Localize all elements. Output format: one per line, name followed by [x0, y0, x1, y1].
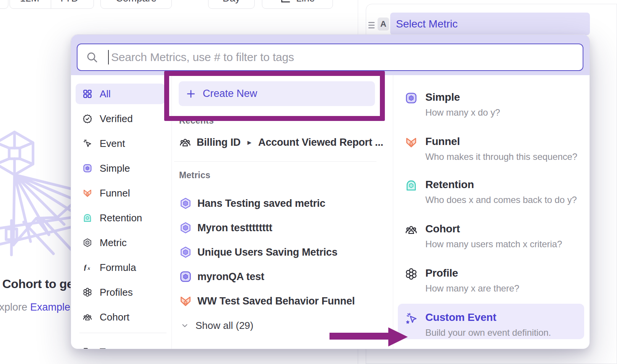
range-12m-button[interactable]: 12M: [10, 0, 50, 8]
custom-event-icon: [405, 312, 418, 325]
sidebar-item-funnel[interactable]: Funnel: [71, 182, 171, 204]
select-metric-label: Select Metric: [396, 18, 458, 30]
metric-type-title: Simple: [425, 91, 460, 103]
tag-icon: [82, 347, 92, 349]
cohort-icon: [405, 223, 418, 236]
metric-type-custom-event[interactable]: Custom Event Build your own event defini…: [393, 299, 590, 339]
metric-hexagon-icon: [82, 238, 92, 248]
sidebar-item-event[interactable]: Event: [71, 133, 171, 154]
sidebar-item-label: Formula: [100, 262, 136, 274]
funnel-icon: [82, 188, 92, 198]
metric-type-title: Cohort: [425, 223, 460, 235]
svg-text:x: x: [87, 265, 90, 271]
metric-type-description: Who makes it through this sequence?: [425, 151, 577, 162]
cohort-icon: [179, 136, 191, 148]
chevron-down-icon: [81, 0, 89, 2]
date-range-segmented[interactable]: 12M YTD: [10, 0, 94, 9]
metric-type-retention[interactable]: Retention Who does x and comes back to d…: [393, 166, 590, 206]
retention-icon: [405, 179, 418, 192]
background-heading-fragment: Cohort to ge: [2, 277, 74, 291]
metric-name: myronQA test: [197, 271, 264, 283]
recent-item[interactable]: Billing ID ▸ Account Viewed Report ...: [174, 131, 388, 154]
metric-type-title: Retention: [425, 179, 474, 191]
recent-item-primary: Billing ID: [197, 137, 241, 148]
range-ytd-button[interactable]: YTD: [54, 0, 94, 8]
drag-handle-icon[interactable]: [368, 19, 375, 32]
sidebar-item-label: All: [100, 88, 111, 100]
sidebar-item-label: Cohort: [100, 311, 129, 323]
day-label: Day: [223, 0, 240, 4]
recent-item-secondary: Account Viewed Report ...: [258, 137, 383, 148]
metric-type-cohort[interactable]: Cohort How many users match x criteria?: [393, 211, 590, 250]
toolbar-button-partial[interactable]: [0, 0, 8, 9]
sidebar-item-label: Verified: [100, 113, 133, 125]
simple-icon: [82, 163, 92, 173]
grid-icon: [82, 89, 92, 99]
metric-type-description: Who does x and comes back to do y?: [425, 195, 577, 205]
show-all-label: Show all (29): [195, 320, 254, 332]
search-placeholder: Search Metrics, use # to filter to tags: [111, 51, 294, 64]
search-input[interactable]: Search Metrics, use # to filter to tags: [77, 43, 583, 71]
range-ytd-label: YTD: [58, 0, 78, 4]
breadcrumb-arrow-icon: ▸: [247, 138, 251, 147]
metric-list-item[interactable]: Hans Testing saved metric: [174, 192, 388, 215]
metric-name: Hans Testing saved metric: [197, 198, 325, 209]
badge-label: A: [380, 19, 386, 29]
compare-button[interactable]: Compare: [100, 0, 172, 9]
metric-list-item[interactable]: Myron testttttttt: [174, 216, 388, 239]
metric-type-description: Build your own event definition.: [425, 327, 551, 338]
select-metric-field[interactable]: Select Metric: [390, 13, 590, 35]
metric-type-simple[interactable]: Simple How many x do y?: [393, 79, 590, 119]
sidebar-item-label: Simple: [100, 163, 130, 174]
event-cursor-icon: [82, 139, 92, 148]
svg-text:ƒ: ƒ: [84, 264, 87, 271]
sidebar-item-all[interactable]: All: [76, 84, 165, 104]
simple-icon: [179, 270, 192, 283]
metric-row-badge: A: [378, 18, 389, 31]
sidebar-item-profiles[interactable]: Profiles: [71, 282, 171, 303]
recents-divider: [174, 161, 376, 162]
metric-type-profile[interactable]: Profile How many x are there?: [393, 255, 590, 295]
sidebar-item-label: Funnel: [100, 187, 130, 199]
metric-list-item[interactable]: Unique Users Saving Metrics: [174, 241, 388, 264]
metric-type-title: Funnel: [425, 135, 460, 148]
metric-hexagon-icon: [179, 246, 192, 259]
show-all-button[interactable]: Show all (29): [176, 314, 336, 337]
create-new-label: Create New: [203, 88, 257, 100]
sidebar-item-cohort[interactable]: Cohort: [71, 306, 171, 328]
metric-picker-modal: Search Metrics, use # to filter to tags …: [71, 34, 590, 349]
metric-type-title: Profile: [425, 267, 458, 279]
funnel-icon: [179, 295, 192, 308]
sidebar-item-label: T: [100, 346, 106, 350]
line-chart-type-button[interactable]: Line: [262, 0, 333, 9]
day-button[interactable]: Day: [208, 0, 255, 9]
sidebar-item-metric[interactable]: Metric: [71, 232, 171, 253]
sidebar-item-retention[interactable]: Retention: [71, 207, 171, 229]
metric-hexagon-icon: [179, 221, 192, 234]
metric-type-funnel[interactable]: Funnel Who makes it through this sequenc…: [393, 123, 590, 163]
sidebar-item-label: Profiles: [100, 287, 133, 298]
create-new-button[interactable]: Create New: [179, 81, 375, 106]
metric-list-item[interactable]: WW Test Saved Behavior Funnel: [174, 290, 388, 312]
metric-type-title: Custom Event: [425, 311, 496, 324]
explore-text-fragment: xplore: [0, 301, 27, 313]
sidebar-item-verified[interactable]: Verified: [71, 108, 171, 129]
sidebar-item-simple[interactable]: Simple: [71, 158, 171, 179]
sidebar-item-label: Event: [100, 138, 125, 150]
plus-icon: [186, 89, 196, 99]
line-label: Line: [296, 0, 315, 4]
metric-hexagon-icon: [179, 197, 192, 210]
verified-badge-icon: [82, 114, 92, 124]
sidebar-divider: [79, 333, 166, 333]
sidebar-item-formula[interactable]: ƒx Formula: [71, 257, 171, 278]
sidebar-item-partial[interactable]: T: [71, 341, 171, 349]
metric-name: Unique Users Saving Metrics: [197, 246, 338, 258]
compare-label: Compare: [116, 0, 157, 4]
example-link[interactable]: Example l: [30, 301, 76, 313]
sidebar-item-label: Retention: [100, 212, 142, 224]
app-window: 12M YTD Compare Day Line A Select Metric…: [0, 0, 617, 364]
text-caret: [108, 50, 109, 64]
retention-icon: [82, 213, 92, 223]
metric-list-item[interactable]: myronQA test: [174, 265, 388, 288]
cohort-icon: [82, 312, 92, 322]
